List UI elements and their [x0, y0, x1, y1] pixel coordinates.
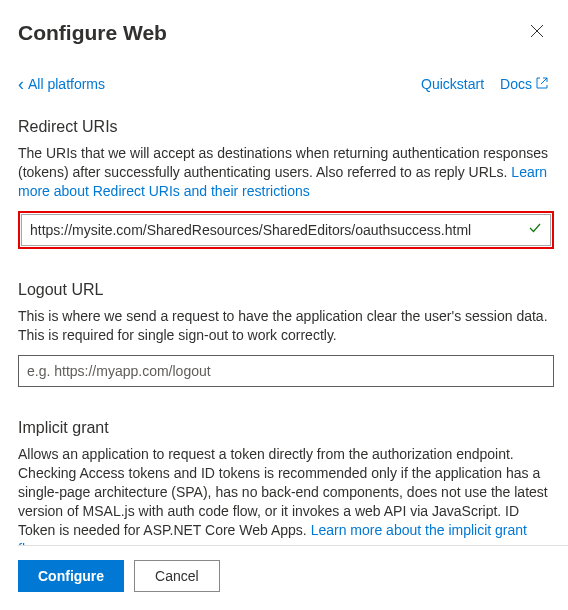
redirect-description: The URIs that we will accept as destinat…	[18, 144, 554, 201]
quickstart-link[interactable]: Quickstart	[421, 76, 484, 92]
docs-link-label: Docs	[500, 76, 532, 92]
implicit-heading: Implicit grant	[18, 419, 554, 437]
implicit-description: Allows an application to request a token…	[18, 445, 554, 545]
redirect-heading: Redirect URIs	[18, 118, 554, 136]
content-scroll[interactable]: Redirect URIs The URIs that we will acce…	[18, 118, 568, 545]
close-button[interactable]	[524, 18, 550, 48]
configure-button[interactable]: Configure	[18, 560, 124, 592]
logout-url-input[interactable]	[18, 355, 554, 387]
logout-heading: Logout URL	[18, 281, 554, 299]
cancel-button[interactable]: Cancel	[134, 560, 220, 592]
docs-link[interactable]: Docs	[500, 76, 548, 92]
logout-description: This is where we send a request to have …	[18, 307, 554, 345]
close-icon	[530, 24, 544, 41]
external-link-icon	[536, 76, 548, 92]
checkmark-icon	[528, 221, 542, 239]
back-all-platforms-link[interactable]: All platforms	[18, 76, 105, 92]
redirect-uri-input[interactable]	[21, 214, 551, 246]
page-title: Configure Web	[18, 21, 167, 45]
